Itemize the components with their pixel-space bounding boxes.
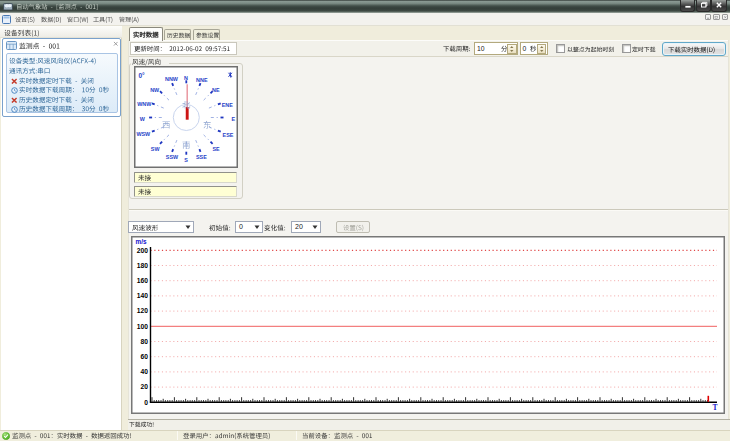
svg-text:N: N xyxy=(184,75,188,81)
svg-text:160: 160 xyxy=(137,277,148,284)
svg-text:T: T xyxy=(712,403,717,412)
svg-text:200: 200 xyxy=(137,247,148,254)
svg-text:0: 0 xyxy=(144,399,148,406)
svg-text:SW: SW xyxy=(151,146,161,152)
svg-text:180: 180 xyxy=(137,262,148,269)
svg-text:NW: NW xyxy=(150,87,160,93)
svg-text:NE: NE xyxy=(212,87,220,93)
svg-text:NNE: NNE xyxy=(196,77,208,83)
svg-text:SSE: SSE xyxy=(196,154,207,160)
svg-text:20: 20 xyxy=(141,383,149,390)
svg-text:SE: SE xyxy=(212,146,220,152)
svg-text:40: 40 xyxy=(141,368,149,375)
svg-text:0°: 0° xyxy=(139,72,146,79)
svg-text:60: 60 xyxy=(141,353,149,360)
svg-text:120: 120 xyxy=(137,307,148,314)
svg-text:NNW: NNW xyxy=(165,76,179,82)
svg-text:100: 100 xyxy=(137,323,148,330)
svg-text:m/s: m/s xyxy=(136,238,147,245)
svg-text:SSW: SSW xyxy=(166,154,179,160)
svg-text:E: E xyxy=(231,116,235,122)
svg-text:ESE: ESE xyxy=(223,132,234,138)
svg-text:80: 80 xyxy=(141,338,149,345)
svg-text:WNW: WNW xyxy=(137,101,152,107)
svg-text:ENE: ENE xyxy=(222,102,233,108)
svg-text:S: S xyxy=(184,157,188,163)
svg-text:140: 140 xyxy=(137,292,148,299)
svg-text:WSW: WSW xyxy=(136,131,151,137)
